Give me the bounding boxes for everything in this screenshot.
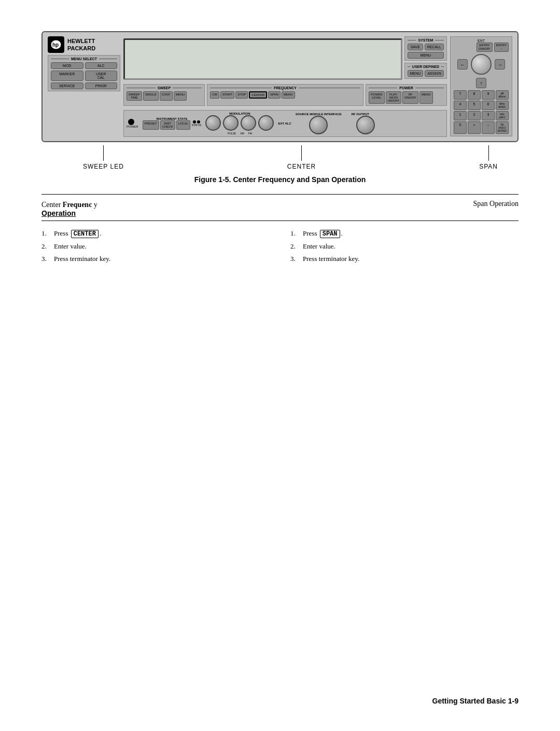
key-khz-usec[interactable]: kHzμSEC [496, 111, 509, 120]
status-label: STATUS [191, 123, 201, 127]
key-hz-nsec[interactable]: HznSEC/ENTER [496, 121, 509, 134]
numpad: 7 8 9 dBdBm/s 4 5 6 MHzMSEC 1 2 3 kHzμSE… [454, 90, 509, 134]
key-8[interactable]: 8 [468, 90, 481, 100]
mod-btn3[interactable] [241, 115, 256, 131]
user-cal-button[interactable]: USERCAL [85, 71, 118, 81]
key-6[interactable]: 6 [482, 101, 495, 110]
center-step-3: 3. Press terminator key. [41, 255, 270, 263]
stop-button[interactable]: STOP [235, 91, 248, 99]
span-line [488, 145, 489, 161]
left-arrow-button[interactable]: ← [457, 59, 468, 70]
brand-name: HEWLETT PACKARD [67, 37, 95, 52]
display-area-wrapper [123, 36, 402, 82]
top-right-panels: SYSTEM SAVE RECALL MENU USER DEFINED [123, 36, 447, 82]
entry-top-buttons: ENTRYON/OFF ENTRY↑ [454, 43, 509, 52]
menu-button[interactable]: MENU [408, 52, 444, 59]
hp-logo: hp [48, 36, 64, 53]
recall-button[interactable]: RECALL [425, 44, 444, 50]
entry-panel: ENT ENTRYON/OFF ENTRY↑ ← → ↑ 7 8 9 [450, 36, 512, 136]
center-freq-heading: Center Frequenc y [41, 201, 97, 209]
instrument-diagram: hp HEWLETT PACKARD MENU SELECT MOD ALC [41, 31, 519, 170]
assign-button[interactable]: ASSIGN [425, 70, 443, 77]
display-screen [123, 38, 402, 80]
center-freq-button[interactable]: CENTER [249, 91, 267, 99]
center-label: CENTER [287, 163, 316, 170]
status-indicators: STATUS [191, 120, 201, 130]
span-button[interactable]: SPAN [268, 91, 281, 99]
cont-button[interactable]: CONT [160, 91, 173, 101]
start-button[interactable]: START [220, 91, 234, 99]
key-minus[interactable]: – [482, 121, 495, 134]
operation-subheading: Operation [41, 209, 97, 217]
key-3[interactable]: 3 [482, 111, 495, 120]
key-dot[interactable]: • [468, 121, 481, 134]
span-step-3: 3. Press terminator key. [290, 255, 519, 263]
instrument-top-row: hp HEWLETT PACKARD MENU SELECT MOD ALC [48, 36, 512, 137]
sweep-menu-button[interactable]: MENU [174, 91, 187, 101]
key-0[interactable]: 0 [454, 121, 467, 134]
single-button[interactable]: SINGLE [143, 91, 159, 101]
entry-up-button[interactable]: ENTRY↑ [494, 43, 509, 52]
rf-output-section: RF OUTPUT [346, 113, 375, 134]
mod-btn4[interactable] [258, 115, 274, 131]
flatness-button[interactable]: FLAT-NESSON/OFF [386, 91, 402, 104]
sweep-led-label-group: SWEEP LED [83, 145, 124, 170]
center-line [301, 145, 302, 161]
source-module-btn[interactable] [309, 116, 328, 134]
state-buttons: PRESET INSTCHECK LOCAL STATUS [143, 120, 202, 130]
prior-button[interactable]: PRIOR [85, 82, 118, 89]
up-arrow-button[interactable]: ↑ [476, 78, 486, 88]
power-level-button[interactable]: POWERLEVEL [369, 91, 385, 104]
marker-button[interactable]: MARKER [51, 71, 83, 81]
freq-menu-button[interactable]: MENU [282, 91, 295, 99]
instrument-labels: SWEEP LED CENTER SPAN [41, 145, 519, 170]
key-7[interactable]: 7 [454, 90, 467, 100]
menu-select-label: MENU SELECT [51, 57, 117, 61]
right-arrow-button[interactable]: → [495, 59, 505, 70]
figure-caption: Figure 1-5. Center Frequency and Span Op… [41, 175, 519, 184]
frequency-buttons: CW START STOP CENTER SPAN MENU [210, 91, 360, 99]
key-2[interactable]: 2 [468, 111, 481, 120]
ext-alc-label: EXT ALC [278, 122, 291, 125]
power-label: POWER [369, 86, 444, 90]
save-button[interactable]: SAVE [408, 44, 423, 50]
user-defined-row: MENU ASSIGN [408, 70, 444, 77]
inst-check-button[interactable]: INSTCHECK [160, 120, 175, 130]
preset-button[interactable]: PRESET [143, 120, 159, 130]
source-module-section: SOURCE MODULE INTERFACE [296, 113, 342, 134]
rf-output-label: RF OUTPUT [352, 113, 369, 116]
knob-area: ← → ↑ [454, 54, 509, 88]
key-5[interactable]: 5 [468, 101, 481, 110]
key-db-mhz[interactable]: dBdBm/s [496, 90, 509, 100]
state-row: POWER INSTRUMENT STATE PRESET INSTCHECK … [123, 110, 447, 137]
key-4[interactable]: 4 [454, 101, 467, 110]
service-button[interactable]: SERVICE [51, 82, 83, 89]
menu2-button[interactable]: MENU [408, 70, 424, 77]
mod-button[interactable]: MOD [51, 62, 83, 69]
entry-on-off-button[interactable]: ENTRYON/OFF [477, 43, 493, 52]
rf-on-off-button[interactable]: RFON/OFF [402, 91, 418, 104]
key-9[interactable]: 9 [482, 90, 495, 100]
ent-label: ENT [454, 39, 509, 43]
power-led [128, 119, 134, 125]
cw-button[interactable]: CW [210, 91, 219, 99]
sweep-time-button[interactable]: SWEEPTIME [127, 91, 142, 101]
center-panels: SYSTEM SAVE RECALL MENU USER DEFINED [123, 36, 447, 137]
local-button[interactable]: LOCAL [176, 120, 191, 130]
main-knob[interactable] [471, 54, 492, 75]
operation-columns: 1. Press CENTER. 2. Enter value. 3. Pres… [41, 229, 519, 267]
power-menu-button[interactable]: MENU [419, 91, 433, 104]
center-key: CENTER [71, 230, 99, 238]
mod-btn2[interactable] [223, 115, 239, 131]
svg-text:hp: hp [52, 42, 59, 48]
page-footer: Getting Started Basic 1-9 [432, 697, 519, 705]
key-mhz-msec[interactable]: MHzMSEC [496, 101, 509, 110]
system-row1: SAVE RECALL [408, 44, 444, 50]
key-1[interactable]: 1 [454, 111, 467, 120]
alc-button[interactable]: ALC [85, 62, 118, 69]
span-op-col: 1. Press SPAN. 2. Enter value. 3. Press … [290, 229, 519, 267]
center-freq-header: Center Frequenc y Operation [41, 200, 97, 217]
user-defined-panel: USER DEFINED MENU ASSIGN [404, 63, 447, 79]
section-divider [41, 220, 519, 221]
mod-btn1[interactable] [205, 115, 221, 131]
